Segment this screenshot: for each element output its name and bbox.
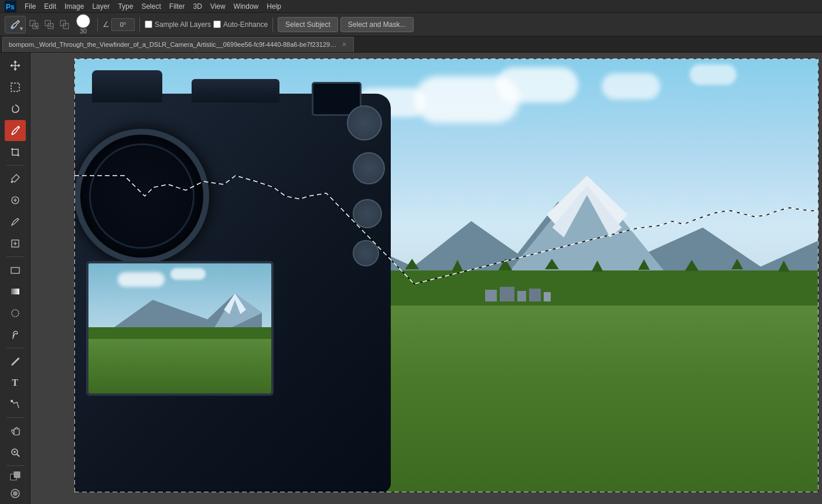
- svg-point-19: [11, 400, 13, 402]
- svg-rect-25: [14, 472, 20, 478]
- sample-all-layers-label: Sample All Layers: [155, 20, 211, 29]
- dodge-tool-btn[interactable]: [5, 324, 26, 345]
- svg-rect-46: [529, 289, 541, 301]
- foreground-bg-color[interactable]: [5, 468, 26, 485]
- camera-lens: [74, 129, 209, 263]
- gradient-tool-btn[interactable]: [5, 281, 26, 302]
- camera-dial-1: [347, 105, 382, 140]
- document-tab[interactable]: bompom._World_Through_the_Viewfinder_of_…: [2, 37, 354, 52]
- photo-content: @keyframes march { to { stroke-dashoffse…: [74, 59, 818, 492]
- camera-top-left: [92, 70, 162, 102]
- svg-rect-11: [11, 83, 19, 91]
- menu-type[interactable]: Type: [114, 1, 137, 12]
- add-selection-btn[interactable]: +: [27, 18, 41, 32]
- select-subject-button[interactable]: Select Subject: [278, 17, 338, 32]
- separator-2: [139, 18, 140, 32]
- menu-bar: Ps File Edit Image Layer Type Select Fil…: [0, 0, 822, 13]
- left-toolbar: T: [0, 53, 30, 504]
- crop-tool-btn[interactable]: [5, 142, 26, 163]
- move-tool-btn[interactable]: [5, 55, 26, 76]
- sidebar-divider-2: [6, 256, 24, 257]
- menu-file[interactable]: File: [21, 1, 39, 12]
- quick-select-tool-btn[interactable]: [5, 120, 26, 141]
- brush-size-control[interactable]: 30: [74, 14, 93, 35]
- lasso-tool-btn[interactable]: [5, 98, 26, 119]
- brush-tool-group: ▼ + −: [5, 16, 71, 33]
- svg-point-27: [13, 491, 18, 496]
- sample-all-layers-group: Sample All Layers: [145, 20, 211, 29]
- auto-enhance-checkbox[interactable]: [213, 20, 221, 28]
- menu-image[interactable]: Image: [61, 1, 87, 12]
- sample-all-layers-checkbox[interactable]: [145, 20, 152, 28]
- svg-marker-39: [638, 259, 650, 270]
- quick-mask-btn[interactable]: [5, 485, 26, 502]
- menu-help[interactable]: Help: [263, 1, 285, 12]
- menu-filter[interactable]: Filter: [166, 1, 189, 12]
- menu-window[interactable]: Window: [230, 1, 262, 12]
- eraser-tool-btn[interactable]: [5, 259, 26, 280]
- tab-title: bompom._World_Through_the_Viewfinder_of_…: [9, 41, 337, 48]
- image-canvas[interactable]: @keyframes march { to { stroke-dashoffse…: [74, 59, 818, 492]
- sidebar-divider-5: [6, 465, 24, 466]
- menu-layer[interactable]: Layer: [88, 1, 113, 12]
- svg-point-17: [12, 310, 19, 317]
- svg-marker-41: [731, 259, 743, 269]
- text-tool-btn[interactable]: T: [5, 372, 26, 393]
- camera-dial-3: [353, 199, 382, 228]
- camera-dial-4: [353, 240, 379, 266]
- camera-container: [74, 59, 403, 492]
- subtract-selection-btn[interactable]: −: [42, 18, 56, 32]
- intersect-selection-btn[interactable]: [57, 18, 71, 32]
- cloud-5: [690, 64, 736, 85]
- camera-screen: [86, 261, 274, 396]
- zoom-tool-btn[interactable]: [5, 442, 26, 463]
- path-select-btn[interactable]: [5, 394, 26, 415]
- sidebar-divider-4: [6, 417, 24, 418]
- menu-select[interactable]: Select: [138, 1, 164, 12]
- separator-3: [272, 18, 273, 32]
- separator-1: [97, 18, 98, 32]
- eyedropper-tool-btn[interactable]: [5, 168, 26, 189]
- menu-edit[interactable]: Edit: [40, 1, 60, 12]
- camera-dial-2: [353, 152, 385, 184]
- ps-logo: Ps: [5, 1, 16, 12]
- svg-line-21: [17, 454, 19, 457]
- svg-rect-15: [11, 268, 19, 273]
- options-toolbar: ▼ + − 30 ∠: [0, 13, 822, 36]
- svg-marker-38: [591, 260, 603, 272]
- sidebar-divider-3: [6, 348, 24, 348]
- sidebar-divider-1: [6, 165, 24, 166]
- quick-selection-tool-btn[interactable]: ▼: [5, 16, 26, 33]
- angle-icon: ∠: [103, 20, 110, 29]
- select-and-mask-button[interactable]: Select and Mask...: [340, 17, 414, 32]
- main-content: T: [0, 53, 822, 504]
- hand-tool-btn[interactable]: [5, 420, 26, 441]
- tab-close-btn[interactable]: ×: [341, 40, 347, 49]
- cloud-4: [602, 73, 660, 100]
- canvas-area[interactable]: @keyframes march { to { stroke-dashoffse…: [30, 53, 822, 504]
- auto-enhance-label: Auto-Enhance: [223, 20, 268, 29]
- svg-rect-16: [11, 289, 19, 294]
- svg-rect-47: [544, 292, 551, 301]
- brush-tool-btn[interactable]: [5, 211, 26, 232]
- svg-point-18: [18, 358, 19, 359]
- tab-bar: bompom._World_Through_the_Viewfinder_of_…: [0, 36, 822, 53]
- svg-rect-45: [517, 291, 526, 301]
- marquee-tool-btn[interactable]: [5, 77, 26, 98]
- cloud-2: [496, 67, 578, 102]
- auto-enhance-group: Auto-Enhance: [213, 20, 268, 29]
- svg-marker-40: [684, 260, 698, 271]
- angle-control: ∠: [103, 18, 135, 31]
- menu-view[interactable]: View: [207, 1, 229, 12]
- village: [484, 284, 633, 301]
- svg-point-2: [11, 26, 14, 29]
- clone-stamp-btn[interactable]: [5, 233, 26, 254]
- pen-tool-btn[interactable]: [5, 351, 26, 372]
- healing-brush-btn[interactable]: [5, 190, 26, 211]
- menu-3d[interactable]: 3D: [189, 1, 205, 12]
- svg-rect-43: [485, 290, 497, 301]
- svg-text:Ps: Ps: [6, 3, 15, 11]
- angle-input[interactable]: [111, 18, 135, 31]
- blur-tool-btn[interactable]: [5, 303, 26, 324]
- svg-marker-37: [545, 259, 559, 269]
